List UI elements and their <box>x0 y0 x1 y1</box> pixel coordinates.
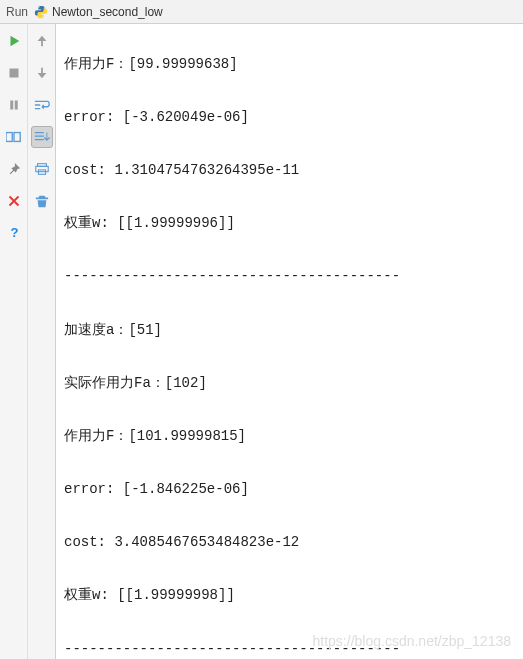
run-label: Run <box>6 5 28 19</box>
output-line: 权重w: [[1.99999998]] <box>64 582 515 609</box>
run-panel-body: ? 作用力F：[99.99999638] error: [-3.620049e-… <box>0 24 523 659</box>
output-line: cost: 1.3104754763264395e-11 <box>64 157 515 184</box>
stop-button[interactable] <box>3 62 25 84</box>
python-file-icon <box>34 5 48 19</box>
help-button[interactable]: ? <box>3 222 25 244</box>
svg-rect-2 <box>14 101 17 110</box>
run-panel-header: Run Newton_second_low <box>0 0 523 24</box>
pin-button[interactable] <box>3 158 25 180</box>
console-output: 作用力F：[99.99999638] error: [-3.620049e-06… <box>56 24 523 659</box>
separator-line: ---------------------------------------- <box>64 636 515 659</box>
output-line: 实际作用力Fa：[102] <box>64 370 515 397</box>
output-line: error: [-1.846225e-06] <box>64 476 515 503</box>
svg-rect-4 <box>14 133 20 142</box>
layout-button[interactable] <box>3 126 25 148</box>
output-line: 作用力F：[101.99999815] <box>64 423 515 450</box>
toolbar-left: ? <box>0 24 28 659</box>
print-button[interactable] <box>31 158 53 180</box>
svg-rect-3 <box>6 133 12 142</box>
svg-rect-1 <box>10 101 13 110</box>
pause-button[interactable] <box>3 94 25 116</box>
step-up-button[interactable] <box>31 30 53 52</box>
svg-text:?: ? <box>10 226 18 240</box>
output-line: 作用力F：[99.99999638] <box>64 51 515 78</box>
output-line: cost: 3.4085467653484823e-12 <box>64 529 515 556</box>
step-down-button[interactable] <box>31 62 53 84</box>
run-button[interactable] <box>3 30 25 52</box>
separator-line: ---------------------------------------- <box>64 263 515 290</box>
run-config-title: Newton_second_low <box>52 5 163 19</box>
close-button[interactable] <box>3 190 25 212</box>
soft-wrap-button[interactable] <box>31 94 53 116</box>
output-line: 权重w: [[1.99999996]] <box>64 210 515 237</box>
svg-rect-7 <box>35 166 47 171</box>
clear-all-button[interactable] <box>31 190 53 212</box>
toolbar-right <box>28 24 56 659</box>
svg-rect-0 <box>9 69 18 78</box>
output-line: error: [-3.620049e-06] <box>64 104 515 131</box>
output-line: 加速度a：[51] <box>64 317 515 344</box>
scroll-to-end-button[interactable] <box>31 126 53 148</box>
